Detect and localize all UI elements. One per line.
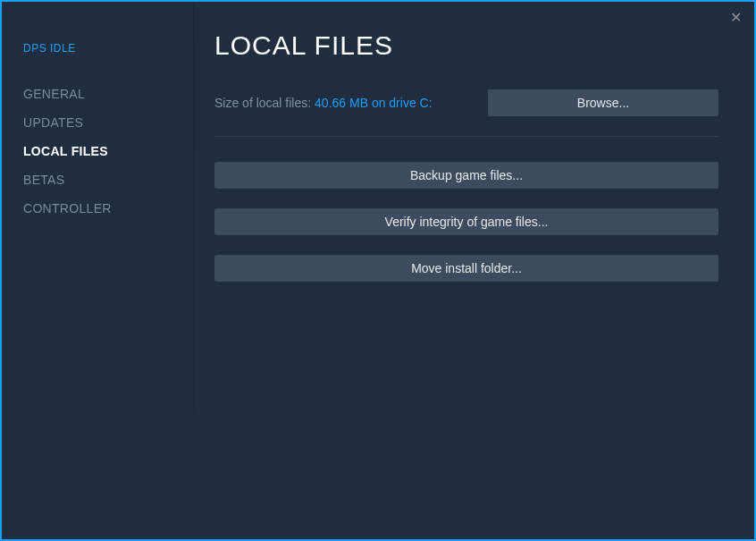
window-container: DPS IDLE GENERAL UPDATES LOCAL FILES BET… (2, 2, 754, 539)
sidebar-item-controller[interactable]: CONTROLLER (23, 194, 193, 223)
size-value: 40.66 MB on drive C: (315, 96, 433, 110)
move-folder-button[interactable]: Move install folder... (214, 255, 718, 282)
browse-button[interactable]: Browse... (488, 89, 718, 116)
close-button[interactable]: ✕ (730, 11, 742, 25)
sidebar-item-general[interactable]: GENERAL (23, 80, 193, 108)
sidebar-item-betas[interactable]: BETAS (23, 165, 193, 194)
size-label-container: Size of local files: 40.66 MB on drive C… (214, 96, 433, 110)
sidebar-item-local-files[interactable]: LOCAL FILES (23, 137, 193, 165)
app-title: DPS IDLE (23, 42, 193, 55)
verify-button[interactable]: Verify integrity of game files... (214, 208, 718, 235)
page-title: LOCAL FILES (214, 30, 718, 61)
size-label: Size of local files: (214, 96, 315, 110)
size-info-row: Size of local files: 40.66 MB on drive C… (214, 89, 718, 116)
sidebar: DPS IDLE GENERAL UPDATES LOCAL FILES BET… (2, 2, 193, 539)
divider (214, 136, 718, 137)
backup-button[interactable]: Backup game files... (214, 162, 718, 189)
main-content: LOCAL FILES Size of local files: 40.66 M… (193, 2, 754, 539)
sidebar-item-updates[interactable]: UPDATES (23, 108, 193, 137)
